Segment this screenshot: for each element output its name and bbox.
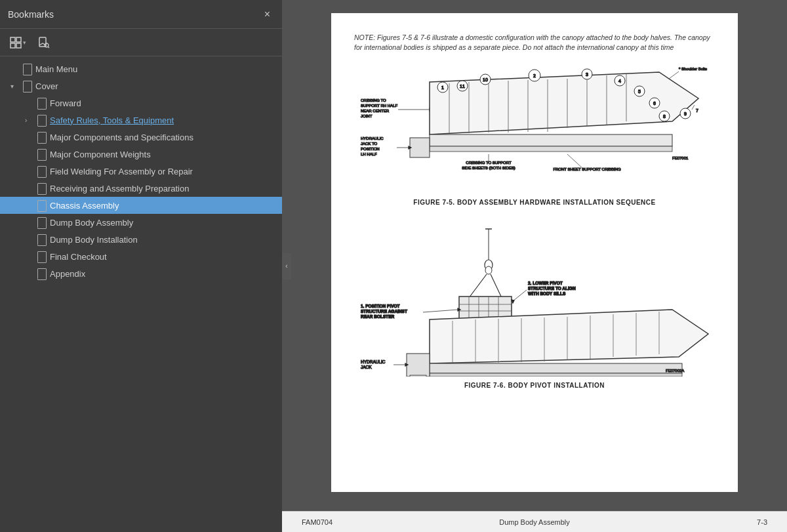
svg-rect-48 (430, 146, 672, 152)
sidebar-item-label: Final Checkout (50, 252, 275, 262)
svg-text:1: 1 (441, 85, 444, 90)
sidebar-item-label: Field Welding For Assembly or Repair (50, 167, 275, 176)
svg-rect-95 (430, 363, 682, 373)
sidebar-item-major-components[interactable]: Major Components and Specifications (0, 129, 282, 146)
placeholder-arrow (25, 236, 33, 243)
svg-text:5: 5 (638, 89, 641, 94)
svg-text:STRUCTURE TO ALIGN: STRUCTURE TO ALIGN (528, 286, 576, 291)
dropdown-arrow: ▾ (23, 39, 26, 46)
expand-arrow-cover: ▾ (10, 83, 18, 90)
sidebar-item-label: Chassis Assembly (50, 201, 275, 211)
figure-7-6-area: 1. POSITION PIVOT STRUCTURE AGAINST REAR… (354, 219, 715, 389)
bookmark-ribbon-icon (37, 149, 46, 159)
expand-options-button[interactable]: ▾ (7, 35, 30, 51)
sidebar-item-cover[interactable]: ▾ Cover (0, 77, 282, 94)
svg-text:FE07002A: FE07002A (666, 369, 684, 373)
svg-text:11: 11 (460, 84, 465, 89)
bookmark-ribbon-icon (37, 217, 46, 228)
sidebar-item-chassis-assembly[interactable]: Chassis Assembly (0, 197, 282, 214)
placeholder-arrow (25, 202, 33, 209)
placeholder-arrow (25, 253, 33, 260)
svg-text:HYDRAULIC: HYDRAULIC (361, 359, 386, 364)
bookmarks-panel: Bookmarks × ▾ Main Menu (0, 0, 282, 532)
sidebar-item-receiving[interactable]: Receiving and Assembly Preparation (0, 180, 282, 197)
svg-line-46 (692, 105, 695, 110)
collapse-panel-button[interactable]: ‹ (282, 253, 291, 279)
sidebar-item-dump-body-installation[interactable]: Dump Body Installation (0, 231, 282, 248)
sidebar-item-label: Main Menu (35, 64, 275, 74)
svg-rect-49 (410, 138, 430, 157)
svg-line-66 (469, 274, 487, 298)
sidebar-item-label: Dump Body Assembly (50, 218, 275, 228)
search-bookmark-icon (38, 37, 50, 49)
svg-text:NEAR CENTER: NEAR CENTER (361, 109, 390, 113)
svg-text:3: 3 (586, 72, 588, 77)
svg-rect-96 (430, 373, 682, 377)
sidebar-item-label: Safety Rules, Tools & Equipment (50, 115, 275, 125)
search-bookmark-button[interactable] (35, 35, 53, 51)
svg-text:POSITION: POSITION (361, 147, 380, 151)
placeholder-arrow (25, 219, 33, 226)
placeholder-arrow (25, 134, 33, 141)
sidebar-item-safety-rules[interactable]: › Safety Rules, Tools & Equipment (0, 112, 282, 129)
sidebar-item-label: Receiving and Assembly Preparation (50, 184, 275, 194)
svg-rect-1 (16, 37, 21, 42)
sidebar-toolbar: ▾ (0, 29, 282, 56)
svg-line-24 (669, 72, 679, 79)
svg-rect-2 (10, 43, 15, 48)
placeholder-arrow (10, 66, 18, 73)
svg-text:LH HALF: LH HALF (361, 152, 377, 156)
figure-7-6-diagram: 1. POSITION PIVOT STRUCTURE AGAINST REAR… (357, 226, 712, 377)
placeholder-arrow (25, 185, 33, 192)
svg-line-83 (513, 290, 527, 301)
sidebar-item-label: Forward (50, 98, 275, 108)
svg-text:* Shoulder Bolts: * Shoulder Bolts (679, 67, 707, 71)
svg-text:9: 9 (684, 112, 687, 116)
svg-text:JACK TO: JACK TO (361, 142, 377, 146)
note-text: NOTE: Figures 7-5 & 7-6 illustrate a dom… (354, 33, 715, 52)
sidebar-item-final-checkout[interactable]: Final Checkout (0, 248, 282, 265)
sidebar-item-label: Major Components and Specifications (50, 133, 275, 142)
svg-text:2: 2 (533, 73, 536, 78)
close-button[interactable]: × (260, 7, 274, 22)
sidebar-item-field-welding[interactable]: Field Welding For Assembly or Repair (0, 163, 282, 180)
svg-text:SIDE SHEETS (BOTH SIDES): SIDE SHEETS (BOTH SIDES) (462, 166, 515, 170)
svg-text:CRIBBING TO: CRIBBING TO (361, 98, 386, 102)
svg-line-78 (423, 310, 458, 312)
figure-7-5-area: CRIBBING TO SUPPORT RH HALF NEAR CENTER … (354, 62, 715, 206)
bookmark-ribbon-icon (37, 132, 46, 142)
sidebar-item-appendix[interactable]: Appendix (0, 265, 282, 282)
sidebar-header: Bookmarks × (0, 0, 282, 29)
bookmark-ribbon-icon (37, 268, 46, 279)
svg-text:FE07001: FE07001 (672, 156, 689, 160)
svg-text:WITH BODY SILLS: WITH BODY SILLS (528, 291, 566, 296)
sidebar-item-main-menu[interactable]: Main Menu (0, 60, 282, 77)
svg-rect-98 (410, 375, 426, 377)
svg-point-65 (485, 266, 492, 274)
placeholder-arrow (25, 151, 33, 158)
footer-bar: FAM0704 Dump Body Assembly 7-3 (282, 511, 787, 532)
sidebar-item-label: Dump Body Installation (50, 235, 275, 245)
sidebar-title: Bookmarks (8, 9, 54, 20)
sidebar-item-major-weights[interactable]: Major Component Weights (0, 146, 282, 163)
sidebar-item-forward[interactable]: Forward (0, 94, 282, 112)
bookmark-ribbon-icon (37, 200, 46, 211)
bookmark-ribbon-icon (37, 251, 46, 262)
bookmark-ribbon-icon (22, 64, 31, 74)
placeholder-arrow (25, 100, 33, 107)
svg-text:10: 10 (483, 77, 488, 82)
bookmark-ribbon-icon (37, 183, 46, 194)
svg-line-67 (491, 274, 502, 298)
placeholder-arrow (25, 168, 33, 175)
svg-text:8: 8 (663, 114, 666, 119)
figure-7-5-caption: FIGURE 7-5. BODY ASSEMBLY HARDWARE INSTA… (413, 199, 655, 206)
svg-text:6: 6 (653, 101, 656, 106)
sidebar-item-dump-body-assembly[interactable]: Dump Body Assembly (0, 214, 282, 231)
svg-text:7: 7 (696, 108, 698, 113)
bookmark-ribbon-icon (37, 234, 46, 245)
svg-text:1. POSITION PIVOT: 1. POSITION PIVOT (361, 304, 400, 308)
svg-text:JOINT: JOINT (361, 114, 373, 118)
footer-section-title: Dump Body Assembly (457, 518, 613, 526)
bookmark-ribbon-icon (37, 166, 46, 176)
footer-doc-id: FAM0704 (302, 518, 457, 526)
